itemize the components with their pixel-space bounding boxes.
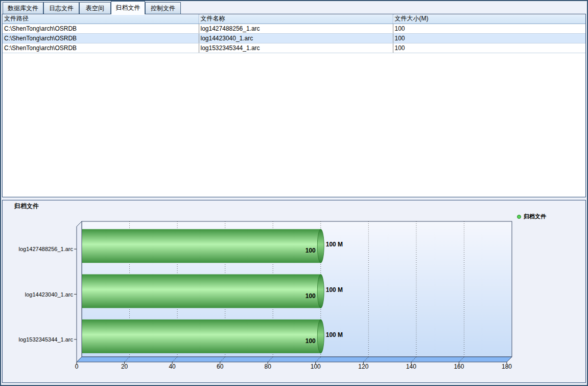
tab-archive-files[interactable]: 归档文件 [111, 1, 145, 14]
table-row[interactable]: C:\ShenTong\arch\OSRDB log1427488256_1.a… [3, 24, 585, 33]
cell-file-path: C:\ShenTong\arch\OSRDB [3, 24, 199, 33]
archive-file-table: 文件路径 文件名称 文件大小(M) C:\ShenTong\arch\OSRDB… [3, 14, 585, 53]
bar-value-label: 100 [305, 247, 316, 254]
bar-chart-svg: 100100 Mlog1427488256_1.arc100100 Mlog14… [3, 200, 585, 382]
bar-outer-label: 100 M [326, 241, 343, 248]
x-tick-label: 100 [311, 363, 321, 370]
tab-label: 控制文件 [151, 4, 175, 13]
cell-file-size: 100 [393, 24, 585, 33]
x-tick-label: 20 [121, 363, 128, 370]
x-tick-label: 160 [454, 363, 464, 370]
category-label: log1427488256_1.arc [19, 246, 74, 252]
x-tick-label: 40 [169, 363, 176, 370]
table-header-row: 文件路径 文件名称 文件大小(M) [3, 14, 585, 24]
plot-floor [77, 357, 512, 362]
tab-tablespace[interactable]: 表空间 [79, 2, 111, 14]
cell-file-size: 100 [393, 43, 585, 53]
cell-file-name: log14423040_1.arc [199, 33, 393, 43]
archive-file-table-panel: 文件路径 文件名称 文件大小(M) C:\ShenTong\arch\OSRDB… [2, 14, 586, 197]
x-tick-label: 180 [502, 363, 512, 370]
bar-cap [317, 320, 324, 353]
x-tick-label: 140 [406, 363, 416, 370]
chart-title: 归档文件 [14, 202, 39, 211]
tab-label: 数据库文件 [8, 4, 38, 13]
bar-cap [317, 275, 324, 308]
x-tick-label: 120 [358, 363, 368, 370]
column-header-file-name[interactable]: 文件名称 [199, 14, 393, 24]
plot-left-wall [77, 221, 82, 362]
cell-file-size: 100 [393, 33, 585, 43]
chart-legend: 归档文件 [517, 213, 546, 220]
bar-outer-label: 100 M [326, 331, 343, 338]
tab-label: 归档文件 [116, 4, 140, 12]
x-tick-label: 0 [75, 363, 79, 370]
legend-label: 归档文件 [524, 213, 546, 220]
tab-database-files[interactable]: 数据库文件 [3, 2, 43, 14]
x-tick-label: 80 [265, 363, 272, 370]
bar [82, 320, 321, 353]
bar-outer-label: 100 M [326, 286, 343, 293]
cell-file-path: C:\ShenTong\arch\OSRDB [3, 33, 199, 43]
table-row-selected[interactable]: C:\ShenTong\arch\OSRDB log14423040_1.arc… [3, 33, 585, 43]
bar-value-label: 100 [305, 292, 316, 300]
cell-file-name: log1427488256_1.arc [199, 24, 393, 33]
column-header-file-size[interactable]: 文件大小(M) [393, 14, 585, 24]
tab-label: 表空间 [86, 4, 104, 13]
app-window: 数据库文件 日志文件 表空间 归档文件 控制文件 文件路径 文件名称 文件大小(… [0, 0, 588, 386]
category-label: log1532345344_1.arc [19, 336, 74, 343]
cell-file-path: C:\ShenTong\arch\OSRDB [3, 43, 199, 53]
legend-marker-icon [517, 215, 521, 219]
cell-file-name: log1532345344_1.arc [199, 43, 393, 53]
column-header-file-path[interactable]: 文件路径 [3, 14, 199, 24]
tab-control-files[interactable]: 控制文件 [145, 2, 181, 14]
bar [82, 229, 321, 263]
tab-label: 日志文件 [49, 4, 74, 13]
bar [82, 275, 321, 308]
archive-chart-panel: 100100 Mlog1427488256_1.arc100100 Mlog14… [2, 200, 586, 383]
category-label: log14423040_1.arc [25, 291, 74, 298]
table-row[interactable]: C:\ShenTong\arch\OSRDB log1532345344_1.a… [3, 43, 585, 53]
tab-log-files[interactable]: 日志文件 [43, 2, 79, 14]
bar-value-label: 100 [305, 337, 316, 345]
bar-cap [317, 229, 324, 263]
x-tick-label: 60 [217, 363, 224, 370]
